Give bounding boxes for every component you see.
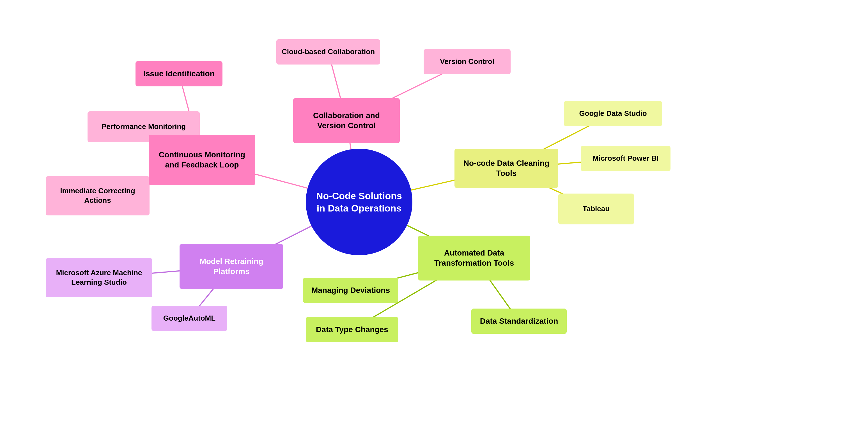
collaboration-version-control: Collaboration and Version Control	[293, 98, 400, 143]
automated-data-transformation: Automated Data Transformation Tools	[418, 235, 530, 281]
microsoft-power-bi: Microsoft Power BI	[581, 146, 671, 171]
googleautoml: GoogleAutoML	[152, 306, 227, 331]
version-control: Version Control	[424, 49, 510, 74]
managing-deviations: Managing Deviations	[303, 278, 398, 303]
continuous-monitoring: Continuous Monitoring and Feedback Loop	[149, 135, 255, 185]
center-node: No-Code Solutions in Data Operations	[306, 149, 412, 255]
issue-identification: Issue Identification	[135, 61, 222, 86]
microsoft-azure: Microsoft Azure Machine Learning Studio	[46, 258, 152, 297]
mindmap-container: No-Code Solutions in Data Operations Per…	[0, 0, 868, 446]
data-standardization: Data Standardization	[471, 309, 567, 334]
cloud-based-collaboration: Cloud-based Collaboration	[276, 39, 380, 65]
tableau: Tableau	[558, 194, 634, 224]
data-type-changes: Data Type Changes	[306, 317, 398, 342]
no-code-data-cleaning: No-code Data Cleaning Tools	[455, 149, 558, 188]
immediate-correcting-actions: Immediate Correcting Actions	[46, 176, 150, 216]
model-retraining-platforms: Model Retraining Platforms	[180, 244, 283, 289]
google-data-studio: Google Data Studio	[564, 101, 662, 126]
